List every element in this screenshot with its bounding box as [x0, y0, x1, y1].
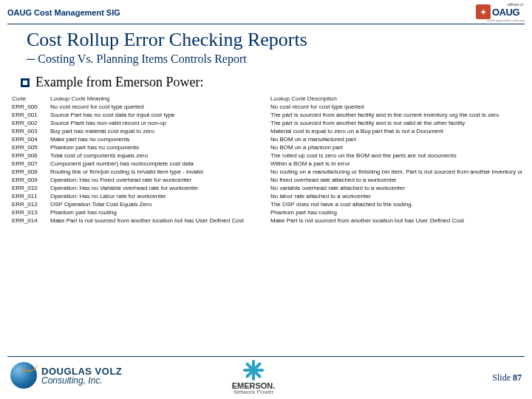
table-row: ERR_009Operation: Has no Fixed overhead …	[10, 176, 522, 184]
table-row: ERR_006Total cost of components equals z…	[10, 151, 522, 160]
oaug-tagline: oracle applications users grp	[487, 18, 525, 22]
bullet-icon	[21, 78, 30, 87]
col-meaning: Lookup Code Meaning	[49, 95, 269, 103]
emerson-logo: EMERSON. Network Power	[198, 358, 309, 395]
footer-rule	[7, 356, 525, 357]
table-row: ERR_001Source Part has no cost data for …	[10, 111, 522, 119]
page-subtitle: ─ Costing Vs. Planning Items Controls Re…	[27, 52, 532, 66]
table-row: ERR_002Source Plant has non-valid record…	[10, 119, 522, 127]
table-header-row: Code Lookup Code Meaning Lookup Code Des…	[10, 95, 522, 103]
emerson-line2: Network Power	[198, 389, 309, 395]
page-title: Cost Rollup Error Checking Reports	[27, 29, 532, 51]
table-row: ERR_011Operation: Has no Labor rate for …	[10, 192, 522, 200]
header-rule	[7, 24, 525, 24]
affiliate-label: affiliate of	[508, 2, 523, 7]
douglas-line2: Consulting, Inc.	[41, 375, 122, 386]
table-row: ERR_014Make Part is not sourced from ano…	[10, 216, 522, 225]
douglas-volz-logo: DOUGLAS VOLZ Consulting, Inc.	[10, 361, 151, 390]
table-row: ERR_013Phantom part has routingPhantom p…	[10, 208, 522, 216]
table-row: ERR_004Make part has no componentsNo BOM…	[10, 135, 522, 143]
table-row: ERR_008Routing link or firm/job costing …	[10, 168, 522, 176]
table-row: ERR_010Operation: Has no Variable overhe…	[10, 184, 522, 192]
table-row: ERR_000No cost record for cost type quer…	[10, 103, 522, 111]
errors-table: Code Lookup Code Meaning Lookup Code Des…	[10, 95, 522, 225]
slide-number: Slide 87	[492, 372, 522, 383]
sig-title: OAUG Cost Management SIG	[7, 8, 120, 17]
table-row: ERR_012OSP Operation Total Cost Equals Z…	[10, 200, 522, 208]
table-row: ERR_003Buy part has material cost equal …	[10, 127, 522, 135]
table-row: ERR_007Component (part number) has no/in…	[10, 160, 522, 168]
oaug-glyph-icon: ✦	[476, 4, 491, 19]
col-code: Code	[10, 95, 49, 103]
oaug-logo: affiliate of ✦ OAUG oracle applications …	[476, 4, 525, 21]
oaug-text: OAUG	[492, 7, 519, 18]
globe-icon	[10, 362, 37, 389]
table-row: ERR_005Phantom part has no componentsNo …	[10, 143, 522, 151]
col-desc: Lookup Code Description	[269, 95, 522, 103]
example-lead: Example from Emerson Power:	[35, 75, 203, 90]
fan-icon	[241, 358, 266, 383]
